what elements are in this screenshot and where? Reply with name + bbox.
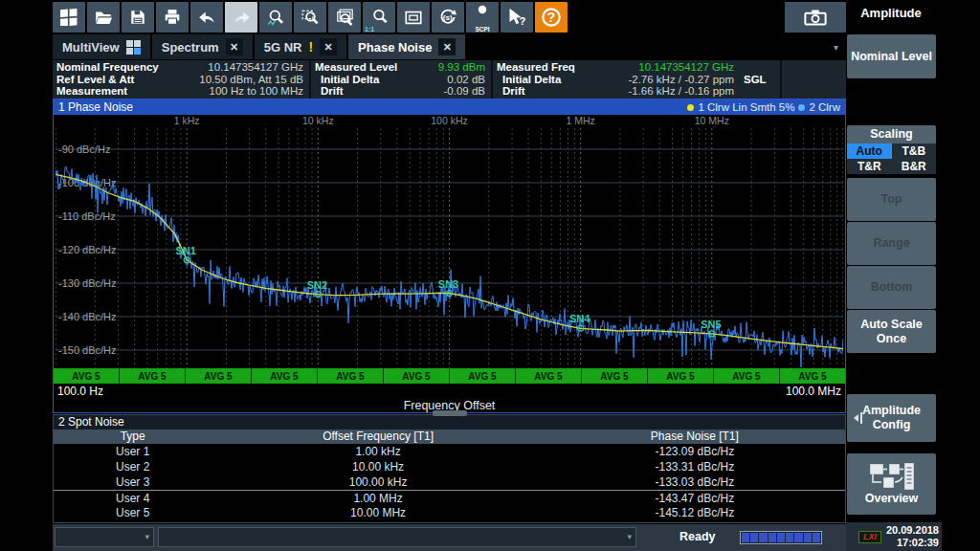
status-dropdown-message[interactable]: ▾ xyxy=(158,527,636,547)
window-splitter-handle[interactable] xyxy=(433,410,467,416)
print-button[interactable] xyxy=(156,2,189,33)
cell-type: User 1 xyxy=(54,444,212,459)
table-row[interactable]: User 3 100.00 kHz -133.03 dBc/Hz xyxy=(54,474,845,490)
help-button[interactable]: ? xyxy=(535,2,568,33)
cell-type: User 2 xyxy=(54,459,212,474)
tab-overflow-dropdown[interactable]: ▾ xyxy=(834,42,846,53)
phase-noise-plot[interactable]: -90 dBc/Hz-100 dBc/Hz-110 dBc/Hz-120 dBc… xyxy=(56,115,843,368)
progress-segment xyxy=(786,533,793,542)
nominal-level-button[interactable]: Nominal Level xyxy=(847,34,936,78)
scpi-button[interactable]: SCPI xyxy=(466,2,499,33)
trace-legend: 1 Clrw Lin Smth 5% 2 Clrw xyxy=(687,101,840,113)
col-header-phase-noise: Phase Noise [T1] xyxy=(545,430,845,444)
save-button[interactable] xyxy=(122,2,154,33)
avg-segment: AVG 5 xyxy=(780,368,845,384)
tab-multiview[interactable]: MultiView xyxy=(53,34,150,59)
auto-scale-once-button[interactable]: Auto Scale Once xyxy=(847,310,936,353)
svg-text:10 MHz: 10 MHz xyxy=(695,115,729,126)
svg-text:-150 dBc/Hz: -150 dBc/Hz xyxy=(58,344,117,356)
info-value: 100 Hz to 100 MHz xyxy=(162,85,303,98)
svg-text:SN2: SN2 xyxy=(307,279,327,291)
open-button[interactable] xyxy=(87,2,120,33)
tab-multiview-label: MultiView xyxy=(62,40,120,55)
tab-spectrum-label: Spectrum xyxy=(162,40,219,55)
context-help-button[interactable]: ? xyxy=(501,2,533,33)
tab-spectrum[interactable]: Spectrum ✕ xyxy=(152,34,253,59)
progress-segment xyxy=(759,533,767,542)
scaling-option-tr[interactable]: T&R xyxy=(847,159,892,174)
zoom-one-to-one-icon xyxy=(370,9,389,27)
warning-icon: ! xyxy=(308,39,313,55)
tab-5g-nr[interactable]: 5G NR ! ✕ xyxy=(255,34,346,59)
redo-button[interactable] xyxy=(225,2,257,33)
scaling-option-auto[interactable]: Auto xyxy=(847,143,892,159)
undo-button[interactable] xyxy=(190,2,223,33)
zoom-select-button[interactable] xyxy=(294,2,326,33)
x-axis-stop-label: 100.0 MHz xyxy=(786,385,841,399)
zoom-graph-button[interactable] xyxy=(259,2,292,33)
tab-phase-noise-close-icon[interactable]: ✕ xyxy=(438,38,456,55)
sweep-button[interactable]: (s) xyxy=(432,2,464,33)
avg-bar: AVG 5AVG 5AVG 5AVG 5AVG 5AVG 5AVG 5AVG 5… xyxy=(54,368,845,384)
print-icon xyxy=(164,9,181,26)
cell-offset: 1.00 kHz xyxy=(212,444,544,459)
screenshot-button[interactable] xyxy=(785,2,846,33)
date-time: 20.09.2018 17:02:39 xyxy=(886,524,939,549)
trace1-dot-icon xyxy=(687,104,694,111)
tab-phase-noise[interactable]: Phase Noise ✕ xyxy=(348,34,465,59)
top-button: Top xyxy=(847,178,936,221)
spot-noise-table-header: Type Offset Frequency [T1] Phase Noise [… xyxy=(54,430,845,444)
svg-text:SN3: SN3 xyxy=(438,278,458,290)
info-value: 0.02 dB xyxy=(416,74,485,86)
avg-segment: AVG 5 xyxy=(648,368,714,384)
scaling-button[interactable]: Scaling xyxy=(847,125,936,143)
amplitude-config-button[interactable]: Amplitude Config xyxy=(847,394,936,442)
open-folder-icon xyxy=(95,9,113,27)
bottom-button: Bottom xyxy=(847,266,936,309)
cell-noise: -143.47 dBc/Hz xyxy=(545,491,845,506)
camera-icon xyxy=(803,8,828,27)
info-label: Initial Delta xyxy=(315,74,379,86)
table-row[interactable]: User 2 10.00 kHz -133.31 dBc/Hz xyxy=(54,459,845,474)
info-value: 10.50 dBm, Att 15 dB xyxy=(162,74,303,86)
avg-segment: AVG 5 xyxy=(318,368,384,384)
clock-panel: LXI 20.09.2018 17:02:39 xyxy=(846,522,942,551)
scaling-group: Scaling Auto T&B T&R B&R xyxy=(847,125,936,174)
lxi-logo: LXI xyxy=(858,531,881,543)
scaling-option-tb[interactable]: T&B xyxy=(892,143,937,159)
avg-segment: AVG 5 xyxy=(516,368,582,384)
date-label: 20.09.2018 xyxy=(886,524,939,536)
display-config-button[interactable] xyxy=(397,2,430,33)
scaling-option-br[interactable]: B&R xyxy=(892,159,937,174)
time-label: 17:02:39 xyxy=(897,537,939,548)
progress-segment xyxy=(777,533,785,542)
zoom-one-to-one-button[interactable]: 1:1 xyxy=(363,2,395,33)
avg-segment: AVG 5 xyxy=(714,368,780,384)
x-axis-range-row: 100.0 Hz 100.0 MHz xyxy=(54,384,845,399)
table-row[interactable]: User 1 1.00 kHz -123.09 dBc/Hz xyxy=(54,444,845,459)
single-sweep-badge: SGL xyxy=(734,61,767,98)
multi-zoom-button[interactable] xyxy=(328,2,361,33)
svg-text:-130 dBc/Hz: -130 dBc/Hz xyxy=(58,277,117,289)
info-label: Initial Delta xyxy=(497,74,561,86)
cell-offset: 1.00 MHz xyxy=(212,491,544,506)
trace2-dot-icon xyxy=(798,104,805,111)
overview-button[interactable]: Overview xyxy=(847,453,936,515)
info-value: -2.76 kHz / -0.27 ppm xyxy=(602,74,734,86)
info-label: Measurement xyxy=(56,85,127,98)
scaling-options: Auto T&B T&R B&R xyxy=(847,143,936,174)
tab-phase-noise-label: Phase Noise xyxy=(358,40,432,55)
table-row[interactable]: User 5 10.00 MHz -145.12 dBc/Hz xyxy=(54,505,845,520)
ready-status-label: Ready xyxy=(679,530,716,543)
phase-noise-window-header[interactable]: 1 Phase Noise 1 Clrw Lin Smth 5% 2 Clrw xyxy=(54,99,845,115)
instrument-screen: 1:1 (s) SCPI ? ? Mu xyxy=(0,0,980,551)
tab-spectrum-close-icon[interactable]: ✕ xyxy=(226,38,243,55)
svg-text:?: ? xyxy=(547,10,556,25)
tab-5g-nr-close-icon[interactable]: ✕ xyxy=(320,38,337,55)
avg-segment: AVG 5 xyxy=(450,368,516,384)
softkey-menu-title: Amplitude xyxy=(846,6,936,20)
windows-logo-button[interactable] xyxy=(53,2,85,33)
status-dropdown-left[interactable]: ▾ xyxy=(55,527,154,547)
table-row[interactable]: User 4 1.00 MHz -143.47 dBc/Hz xyxy=(54,490,845,505)
info-value: -0.09 dB xyxy=(416,85,485,98)
